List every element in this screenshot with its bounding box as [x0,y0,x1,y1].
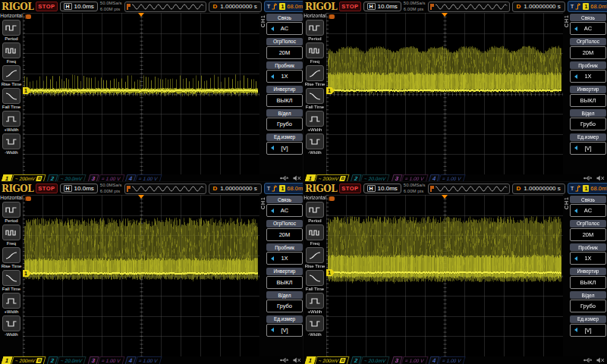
measure-neg-width-button[interactable]: -Width [2,315,20,337]
invert-header[interactable]: Инвертир [570,86,606,93]
channel2-status[interactable]: 2 ~ 20.0mV [351,175,390,182]
bandwidth-header[interactable]: ОгрПолос [266,220,303,228]
channel2-status[interactable]: 2 ~ 20.0mV [47,175,86,182]
bandwidth-header[interactable]: ОгрПолос [570,220,606,228]
measure-freq-button[interactable]: Freq [2,224,20,246]
units-value-button[interactable]: [V] [266,324,303,337]
channel3-status[interactable]: 3 = 1.00 V [391,357,427,364]
coupling-value-button[interactable]: AC [570,204,606,217]
units-header[interactable]: Ед.измер [266,133,303,141]
units-value-button[interactable]: [V] [266,142,303,155]
coupling-value-button[interactable]: AC [266,22,303,35]
volts-div-header[interactable]: В/дел [570,291,606,299]
coupling-header[interactable]: Связь [266,196,303,203]
measure-fall-time-button[interactable]: Fall Time [306,270,324,291]
units-header[interactable]: Ед.измер [570,315,606,323]
invert-value-button[interactable]: ВЫКЛ [266,276,303,289]
measure-rise-time-button[interactable]: Rise Time [305,247,326,268]
volts-div-header[interactable]: В/дел [266,291,303,299]
probe-header[interactable]: Пробник [570,61,606,69]
bandwidth-value-button[interactable]: 20M [266,46,303,59]
measure-neg-width-button[interactable]: -Width [306,315,324,337]
probe-value-button[interactable]: 1X [266,252,303,265]
measure-period-button[interactable]: Period [306,202,324,223]
measure-fall-time-button[interactable]: Fall Time [2,88,20,109]
channel2-status[interactable]: 2 ~ 20.0mV [351,357,390,364]
volts-div-value-button[interactable]: Грубо [570,118,606,130]
trigger-delay-readout[interactable]: D 1.00000000 s [512,184,565,194]
measure-freq-button[interactable]: Freq [306,42,324,64]
channel1-status[interactable]: 1 ~ 200mV B [2,175,46,182]
channel4-status[interactable]: 4 = 1.00 V [125,357,162,364]
measure-pos-width-button[interactable]: +Width [2,293,20,314]
trigger-info-box[interactable]: T 1 68.0mV [264,1,304,12]
coupling-header[interactable]: Связь [570,14,606,21]
measure-rise-time-button[interactable]: Rise Time [2,65,22,86]
trigger-info-box[interactable]: T 1 68.0mV [568,183,607,194]
coupling-value-button[interactable]: AC [266,204,303,217]
measure-period-button[interactable]: Period [306,20,324,41]
volts-div-value-button[interactable]: Грубо [266,300,303,312]
coupling-header[interactable]: Связь [266,14,303,21]
units-header[interactable]: Ед.измер [266,315,303,323]
trigger-delay-readout[interactable]: D 1.00000000 s [209,184,262,194]
channel3-status[interactable]: 3 = 1.00 V [87,357,124,364]
probe-value-button[interactable]: 1X [570,70,606,83]
measure-neg-width-button[interactable]: -Width [2,133,20,155]
bandwidth-header[interactable]: ОгрПолос [266,38,303,46]
channel1-status[interactable]: 1 ~ 200mV B [2,357,46,364]
volts-div-value-button[interactable]: Грубо [570,300,606,312]
invert-value-button[interactable]: ВЫКЛ [570,94,606,107]
probe-header[interactable]: Пробник [570,243,606,251]
units-value-button[interactable]: [V] [570,324,606,337]
channel4-status[interactable]: 4 = 1.00 V [125,175,162,182]
measure-period-button[interactable]: Period [2,20,20,41]
channel2-status[interactable]: 2 ~ 20.0mV [47,357,86,364]
measure-rise-time-button[interactable]: Rise Time [2,247,22,268]
bandwidth-value-button[interactable]: 20M [570,228,606,241]
volts-div-header[interactable]: В/дел [266,109,303,117]
units-value-button[interactable]: [V] [570,142,606,155]
coupling-value-button[interactable]: AC [570,22,606,35]
coupling-header[interactable]: Связь [570,196,606,203]
measure-pos-width-button[interactable]: +Width [306,293,324,314]
probe-value-button[interactable]: 1X [266,70,303,83]
probe-header[interactable]: Пробник [266,61,303,69]
measure-fall-time-button[interactable]: Fall Time [306,88,324,109]
channel1-status[interactable]: 1 ~ 200mV B [305,357,350,364]
measure-freq-button[interactable]: Freq [306,224,324,246]
measure-pos-width-button[interactable]: +Width [306,111,324,132]
invert-header[interactable]: Инвертир [570,268,606,275]
trigger-delay-readout[interactable]: D 1.00000000 s [209,2,262,12]
bandwidth-header[interactable]: ОгрПолос [570,38,606,46]
measure-pos-width-button[interactable]: +Width [2,111,20,132]
channel3-status[interactable]: 3 = 1.00 V [391,175,427,182]
bandwidth-value-button[interactable]: 20M [570,46,606,59]
invert-value-button[interactable]: ВЫКЛ [266,94,303,107]
invert-header[interactable]: Инвертир [266,268,303,275]
bandwidth-value-button[interactable]: 20M [266,228,303,241]
probe-value-button[interactable]: 1X [570,252,606,265]
channel4-status[interactable]: 4 = 1.00 V [429,357,465,364]
channel1-status[interactable]: 1 ~ 200mV B [305,175,350,182]
channel4-status[interactable]: 4 = 1.00 V [429,175,465,182]
measure-neg-width-button[interactable]: -Width [306,133,324,155]
invert-header[interactable]: Инвертир [266,86,303,93]
timebase-readout[interactable]: H 10.0ms [363,2,401,11]
trigger-info-box[interactable]: T 1 68.0mV [264,183,304,194]
probe-header[interactable]: Пробник [266,243,303,251]
measure-fall-time-button[interactable]: Fall Time [2,270,20,291]
volts-div-value-button[interactable]: Грубо [266,118,303,130]
measure-rise-time-button[interactable]: Rise Time [305,65,326,86]
trigger-delay-readout[interactable]: D 1.00000000 s [512,2,565,12]
volts-div-header[interactable]: В/дел [570,109,606,117]
timebase-readout[interactable]: H 10.0ms [363,184,401,193]
measure-freq-button[interactable]: Freq [2,42,20,64]
invert-value-button[interactable]: ВЫКЛ [570,276,606,289]
trigger-info-box[interactable]: T 1 68.0mV [568,1,607,12]
channel3-status[interactable]: 3 = 1.00 V [87,175,124,182]
timebase-readout[interactable]: H 10.0ms [60,184,98,193]
measure-period-button[interactable]: Period [2,202,20,223]
timebase-readout[interactable]: H 10.0ms [60,2,98,11]
units-header[interactable]: Ед.измер [570,133,606,141]
